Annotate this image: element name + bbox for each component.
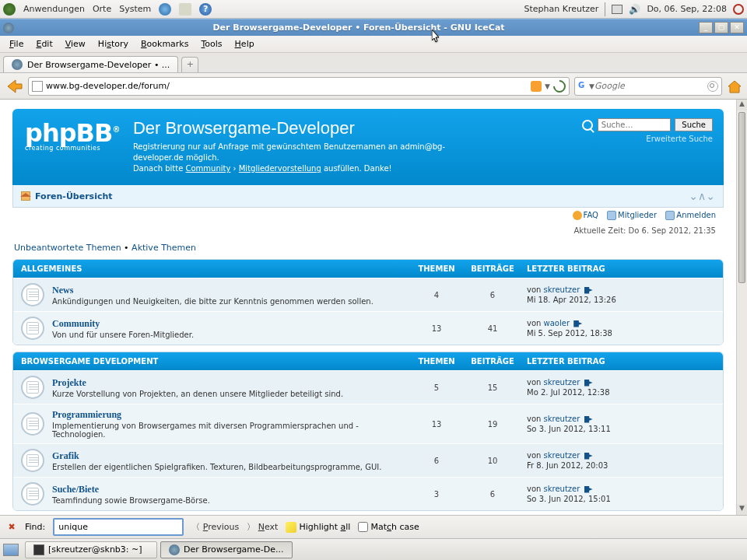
menu-view[interactable]: View (61, 37, 90, 51)
post-count: 10 (465, 457, 521, 465)
feed-icon[interactable] (531, 81, 542, 92)
view-last-post-icon[interactable] (584, 416, 593, 423)
findbar-close-icon[interactable]: ✖ (6, 522, 17, 533)
taskbar-terminal-button[interactable]: [skreutzer@sknb3: ~] (25, 541, 157, 558)
browser-tab[interactable]: Der Browsergame-Developer • ... (3, 56, 178, 72)
last-post-user-link[interactable]: skreutzer (544, 485, 580, 493)
active-topics-link[interactable]: Aktive Themen (132, 243, 196, 253)
members-link[interactable]: Mitglieder (618, 211, 657, 219)
breadcrumb-home-icon[interactable] (21, 191, 30, 201)
shutdown-icon[interactable] (733, 4, 744, 15)
url-input[interactable] (46, 81, 531, 91)
category-name[interactable]: Allgemeines (21, 264, 409, 273)
forum-status-icon (21, 449, 44, 472)
scrollbar-thumb[interactable] (738, 112, 745, 283)
last-post-user-link[interactable]: skreutzer (544, 451, 580, 460)
menu-bookmarks[interactable]: Bookmarks (136, 37, 193, 51)
search-bar[interactable]: G ▼ (574, 77, 722, 96)
topic-count: 3 (409, 490, 465, 499)
intro-link[interactable]: Mitgliedervorstellung (239, 164, 321, 173)
forum-status-icon (21, 482, 44, 506)
view-last-post-icon[interactable] (584, 486, 593, 493)
view-last-post-icon[interactable] (584, 453, 593, 460)
match-case-checkbox[interactable]: Match case (358, 522, 419, 532)
scroll-up-icon[interactable]: ▲ (737, 100, 747, 110)
engine-dropdown-icon[interactable]: ▼ (589, 82, 594, 90)
view-last-post-icon[interactable] (584, 287, 593, 294)
find-input[interactable] (53, 518, 184, 536)
taskbar-browser-button[interactable]: Der Browsergame-De... (160, 541, 293, 558)
last-post-info: von skreutzer Mi 18. Apr 2012, 13:26 (521, 285, 715, 305)
page-identity-icon[interactable] (32, 81, 43, 92)
forum-row: ProgrammierungImplementierung von Browse… (13, 404, 723, 443)
window-titlebar[interactable]: Der Browsergame-Developer • Foren-Übersi… (0, 19, 747, 36)
search-go-icon[interactable] (707, 81, 718, 92)
last-post-info: von skreutzer So 3. Jun 2012, 15:01 (521, 484, 715, 504)
community-link[interactable]: Community (185, 164, 230, 173)
forum-row: NewsAnkündigungen und Neuigkeiten, die b… (13, 278, 723, 311)
back-button-icon[interactable] (5, 77, 23, 96)
menu-help[interactable]: Help (230, 37, 259, 51)
url-bar[interactable]: ▼ (28, 77, 570, 96)
menu-system[interactable]: System (119, 4, 151, 14)
faq-link[interactable]: FAQ (584, 211, 598, 219)
login-link[interactable]: Anmelden (676, 211, 716, 219)
view-last-post-icon[interactable] (573, 320, 582, 327)
search-input[interactable] (594, 81, 707, 91)
unanswered-link[interactable]: Unbeantwortete Themen (14, 243, 121, 253)
last-post-user-link[interactable]: skreutzer (544, 378, 580, 387)
forum-search-button[interactable]: Suche (675, 118, 713, 131)
forum-title-link[interactable]: Grafik (52, 450, 79, 461)
forum-title-link[interactable]: News (52, 285, 73, 296)
home-button-icon[interactable] (727, 79, 742, 93)
forum-title-link[interactable]: Projekte (52, 377, 86, 388)
menu-tools[interactable]: Tools (196, 37, 226, 51)
forum-description: Kurze Vorstellung von Projekten, an dene… (52, 390, 409, 398)
new-tab-button[interactable]: + (181, 57, 198, 72)
reload-button-icon[interactable] (551, 77, 569, 95)
find-previous-button[interactable]: 〈 Previous (191, 521, 239, 533)
last-post-user-link[interactable]: skreutzer (544, 285, 580, 294)
last-post-user-link[interactable]: skreutzer (544, 415, 580, 423)
gnome-foot-icon (3, 3, 16, 16)
find-next-button[interactable]: 〉 Next (247, 521, 278, 533)
vertical-scrollbar[interactable]: ▲ ▼ (736, 100, 747, 515)
menu-file[interactable]: File (5, 37, 28, 51)
forum-description: Teamfindung sowie Browsergame-Börse. (52, 496, 409, 505)
forum-status-icon (21, 376, 44, 399)
phpbb-logo[interactable]: phpBB® creating communities (25, 118, 119, 152)
highlight-all-button[interactable]: Highlight all (286, 522, 350, 533)
forum-title-link[interactable]: Community (52, 318, 100, 329)
volume-icon[interactable]: 🔊 (629, 4, 640, 15)
mail-launcher-icon[interactable] (179, 3, 191, 16)
google-engine-icon[interactable]: G (578, 81, 589, 92)
scroll-down-icon[interactable]: ▼ (737, 504, 747, 515)
menu-history[interactable]: History (93, 37, 133, 51)
menu-places[interactable]: Orte (93, 4, 111, 14)
minimize-button[interactable]: _ (699, 22, 713, 33)
breadcrumb-bar: Foren-Übersicht ⌄∧⌄ (12, 185, 724, 208)
advanced-search-link[interactable]: Erweiterte Suche (646, 135, 713, 143)
breadcrumb-index-link[interactable]: Foren-Übersicht (35, 191, 113, 201)
show-desktop-icon[interactable] (3, 544, 19, 556)
forum-title-link[interactable]: Programmierung (52, 409, 121, 420)
window-title-text: Der Browsergame-Developer • Foren-Übersi… (19, 23, 699, 33)
forum-search-input[interactable] (598, 118, 671, 131)
maximize-button[interactable]: ▢ (714, 22, 728, 33)
username-label[interactable]: Stephan Kreutzer (524, 4, 599, 14)
url-dropdown-icon[interactable]: ▼ (545, 82, 550, 90)
browser-launcher-icon[interactable] (159, 3, 171, 16)
view-last-post-icon[interactable] (584, 380, 593, 387)
expand-collapse-icon[interactable]: ⌄∧⌄ (689, 190, 715, 202)
help-launcher-icon[interactable]: ? (199, 3, 212, 16)
close-button[interactable]: ✕ (730, 22, 744, 33)
forum-title-link[interactable]: Suche/Biete (52, 484, 99, 495)
menu-edit[interactable]: Edit (31, 37, 57, 51)
keyboard-indicator-icon[interactable] (612, 5, 622, 14)
post-count: 15 (465, 383, 521, 392)
forum-row: GrafikErstellen der eigentlichen Spielgr… (13, 443, 723, 477)
category-name[interactable]: Browsergame Development (21, 357, 409, 366)
last-post-user-link[interactable]: waoler (544, 319, 570, 327)
clock-label[interactable]: Do, 06. Sep, 22:08 (647, 4, 727, 14)
menu-applications[interactable]: Anwendungen (23, 4, 85, 14)
